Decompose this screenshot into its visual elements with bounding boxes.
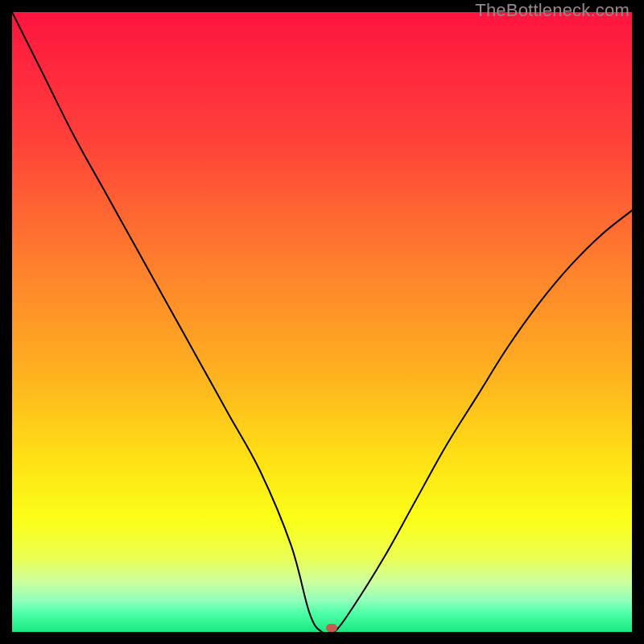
- bottleneck-curve: [12, 12, 632, 632]
- chart-frame: TheBottleneck.com: [0, 0, 644, 644]
- watermark-text: TheBottleneck.com: [475, 0, 630, 21]
- plot-area: [12, 12, 632, 632]
- optimal-marker: [326, 624, 337, 632]
